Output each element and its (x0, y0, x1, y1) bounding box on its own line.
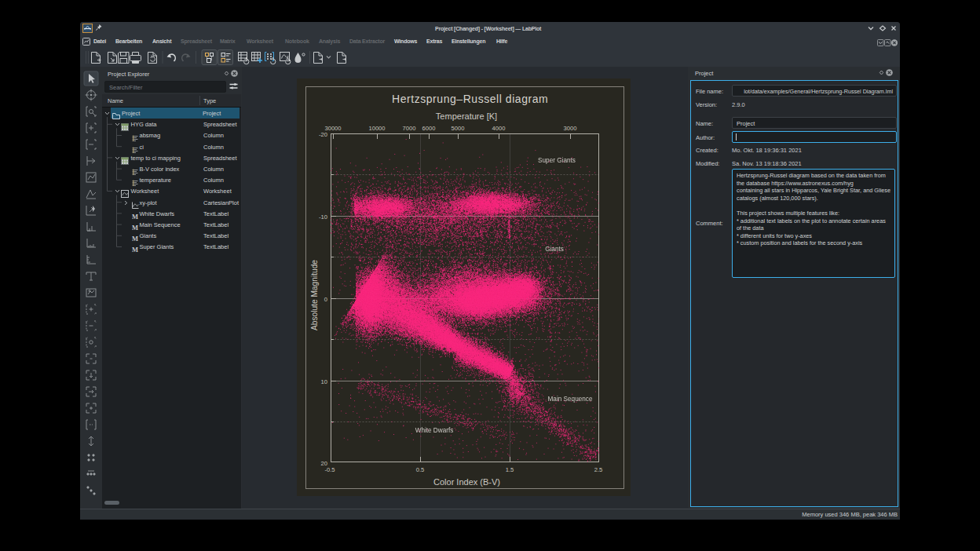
svg-text:M: M (131, 246, 137, 254)
